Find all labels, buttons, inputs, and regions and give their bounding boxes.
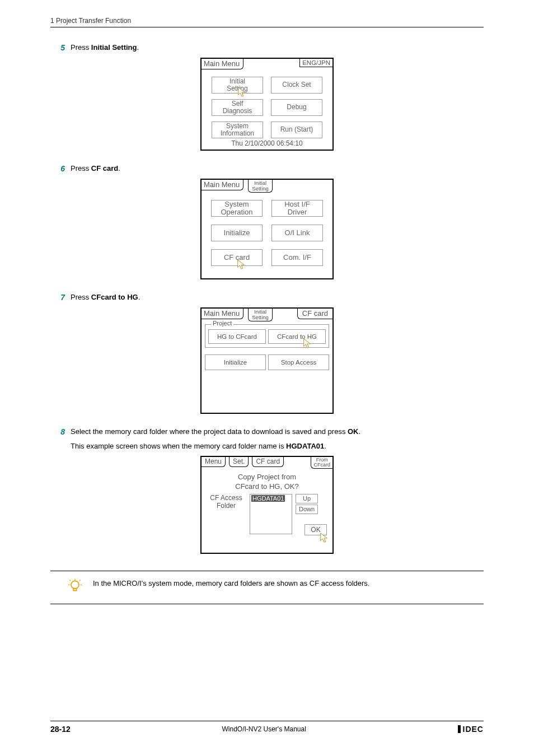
tab-from-cfcard[interactable]: From CFcard <box>311 457 332 469</box>
group-label-project: Project <box>211 320 233 326</box>
tab-menu[interactable]: Menu <box>202 457 226 467</box>
step-5-text: Press Initial Setting. <box>71 43 484 52</box>
label-cf-access-folder: CF Access Folder <box>206 494 246 510</box>
screen-initial-setting: Main Menu Initial Setting System Operati… <box>200 179 334 279</box>
step-7-text: Press CFcard to HG. <box>71 293 484 301</box>
btn-cf-card[interactable]: CF card <box>211 249 263 266</box>
footer-title: WindO/I-NV2 User's Manual <box>222 725 306 733</box>
tab-eng-jpn[interactable]: ENG/JPN <box>299 59 332 67</box>
btn-com-if[interactable]: Com. I/F <box>271 249 323 266</box>
screen-from-cfcard: Menu Set. CF card From CFcard Copy Proje… <box>200 456 334 554</box>
btn-stop-access[interactable]: Stop Access <box>268 354 329 370</box>
tab-cf-card[interactable]: CF card <box>297 309 332 319</box>
svg-rect-1 <box>73 589 76 591</box>
btn-system-operation[interactable]: System Operation <box>211 200 263 217</box>
step-6: 6 Press CF card. <box>50 164 484 173</box>
step-8-line1: Select the memory card folder where the … <box>71 427 484 436</box>
svg-line-6 <box>79 580 81 581</box>
btn-debug[interactable]: Debug <box>271 99 322 116</box>
step-number-5: 5 <box>50 43 65 52</box>
brand-logo: IDEC <box>458 725 484 734</box>
step-7: 7 Press CFcard to HG. <box>50 293 484 302</box>
confirm-msg-1: Copy Project from <box>206 473 328 482</box>
btn-oi-link[interactable]: O/I Link <box>271 225 323 241</box>
btn-run-start[interactable]: Run (Start) <box>271 122 322 138</box>
step-number-7: 7 <box>50 293 65 302</box>
folder-selected: HGDATA01 <box>251 495 285 502</box>
tab-initial-setting[interactable]: Initial Setting <box>248 180 273 193</box>
tab-main-menu[interactable]: Main Menu <box>202 309 243 319</box>
tab-initial-setting[interactable]: Initial Setting <box>248 309 273 321</box>
btn-cfcard-to-hg[interactable]: CFcard to HG <box>268 329 326 344</box>
btn-system-information[interactable]: System Information <box>212 122 263 138</box>
folder-list[interactable]: HGDATA01 <box>250 494 292 534</box>
btn-clock-set[interactable]: Clock Set <box>271 77 322 94</box>
screen-main-menu: Main Menu ENG/JPN Initial Setting Clock … <box>200 58 334 151</box>
btn-down[interactable]: Down <box>296 505 318 514</box>
tab-set[interactable]: Set. <box>229 457 249 467</box>
page-footer: 28-12 WindO/I-NV2 User's Manual IDEC <box>50 721 484 734</box>
step-8: 8 Select the memory card folder where th… <box>50 427 484 436</box>
group-project: Project HG to CFcard CFcard to HG <box>205 324 329 348</box>
step-6-text: Press CF card. <box>71 164 484 172</box>
confirm-msg-2: CFcard to HG, OK? <box>206 482 328 492</box>
btn-initialize[interactable]: Initialize <box>205 354 266 370</box>
step-number-6: 6 <box>50 164 65 173</box>
btn-up[interactable]: Up <box>296 494 318 503</box>
btn-ok[interactable]: OK <box>305 524 327 535</box>
status-datetime: Thu 2/10/2000 06:54:10 <box>202 138 332 150</box>
svg-line-5 <box>69 580 71 581</box>
tab-main-menu[interactable]: Main Menu <box>202 180 243 190</box>
btn-initialize[interactable]: Initialize <box>211 225 263 241</box>
svg-point-0 <box>71 581 79 589</box>
tab-cfcard[interactable]: CF card <box>252 457 284 467</box>
step-number-8: 8 <box>50 427 65 436</box>
page-number: 28-12 <box>50 725 71 734</box>
tip-note: In the MICRO/I's system mode, memory car… <box>50 576 484 596</box>
btn-host-if-driver[interactable]: Host I/F Driver <box>271 200 323 217</box>
divider <box>50 571 484 571</box>
lightbulb-icon <box>67 578 83 594</box>
tab-main-menu[interactable]: Main Menu <box>202 59 243 69</box>
step-8-line2: This example screen shows when the memor… <box>71 442 484 450</box>
tip-text: In the MICRO/I's system mode, memory car… <box>93 579 369 587</box>
btn-self-diagnosis[interactable]: Self Diagnosis <box>212 99 263 116</box>
btn-initial-setting[interactable]: Initial Setting <box>212 77 263 94</box>
running-header: 1 Project Transfer Function <box>50 17 484 27</box>
btn-hg-to-cfcard[interactable]: HG to CFcard <box>208 329 266 344</box>
divider <box>50 604 484 604</box>
screen-cf-card: Main Menu Initial Setting CF card Projec… <box>200 307 334 414</box>
step-5: 5 Press Initial Setting. <box>50 43 484 52</box>
